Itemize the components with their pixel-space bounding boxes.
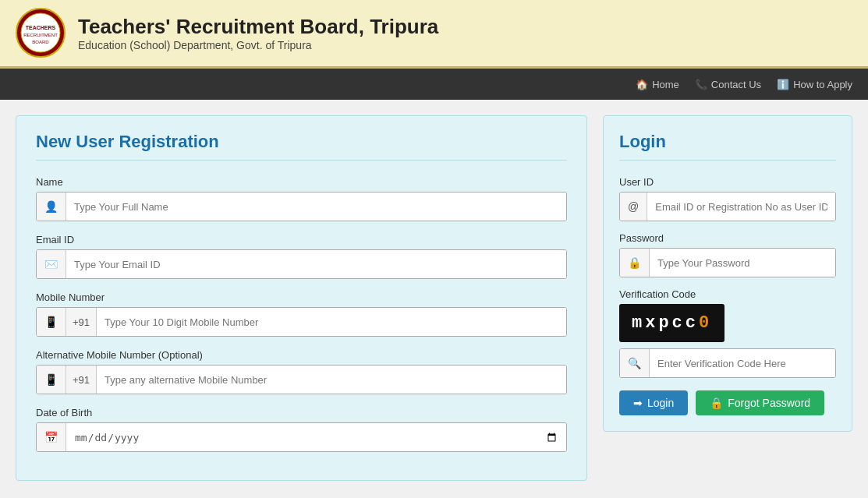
dob-label: Date of Birth bbox=[36, 407, 567, 419]
login-button[interactable]: ➡ Login bbox=[619, 390, 688, 415]
forgot-password-button[interactable]: 🔒 Forgot Password bbox=[696, 390, 824, 415]
lock2-icon: 🔒 bbox=[710, 397, 723, 409]
nav-howto[interactable]: ℹ️ How to Apply bbox=[777, 79, 852, 90]
lock-icon: 🔒 bbox=[620, 249, 650, 277]
verification-label: Verification Code bbox=[619, 288, 836, 300]
mobile-input-wrapper: 📱 +91 bbox=[36, 307, 567, 337]
at-icon: @ bbox=[620, 192, 647, 221]
email-input[interactable] bbox=[66, 250, 566, 278]
password-input-wrapper: 🔒 bbox=[619, 248, 836, 277]
nav-contact[interactable]: 📞 Contact Us bbox=[695, 79, 761, 90]
captcha-input[interactable] bbox=[650, 349, 835, 377]
signin-icon: ➡ bbox=[633, 397, 643, 409]
alt-mobile-group: Alternative Mobile Number (Optional) 📱 +… bbox=[36, 349, 567, 394]
site-title: Teachers' Recruitment Board, Tripura bbox=[78, 15, 438, 39]
login-title: Login bbox=[619, 132, 836, 161]
dob-input-wrapper: 📅 bbox=[36, 422, 567, 452]
nav-home[interactable]: 🏠 Home bbox=[636, 79, 679, 90]
userid-label: User ID bbox=[619, 176, 836, 188]
password-label: Password bbox=[619, 232, 836, 244]
registration-title: New User Registration bbox=[36, 132, 567, 161]
email-icon: ✉️ bbox=[37, 250, 66, 278]
site-header: TEACHERS RECRUITMENT BOARD Teachers' Rec… bbox=[0, 0, 868, 69]
alt-mobile-prefix: +91 bbox=[66, 366, 97, 394]
mobile-icon: 📱 bbox=[37, 308, 66, 336]
dob-input[interactable] bbox=[66, 423, 566, 451]
svg-text:TEACHERS: TEACHERS bbox=[26, 25, 56, 30]
mobile-input[interactable] bbox=[97, 308, 566, 336]
userid-input-wrapper: @ bbox=[619, 192, 836, 221]
calendar-icon: 📅 bbox=[37, 423, 66, 451]
alt-mobile-icon: 📱 bbox=[37, 366, 66, 394]
mobile-group: Mobile Number 📱 +91 bbox=[36, 291, 567, 337]
name-label: Name bbox=[36, 176, 567, 188]
svg-text:RECRUITMENT: RECRUITMENT bbox=[23, 33, 58, 37]
email-group: Email ID ✉️ bbox=[36, 234, 567, 279]
key-icon: 🔍 bbox=[620, 349, 650, 377]
registration-panel: New User Registration Name 👤 Email ID ✉️… bbox=[16, 115, 587, 481]
mobile-prefix: +91 bbox=[66, 308, 97, 336]
captcha-input-wrapper: 🔍 bbox=[619, 348, 836, 378]
email-input-wrapper: ✉️ bbox=[36, 249, 567, 279]
verification-group: Verification Code mxpcc0 🔍 bbox=[619, 288, 836, 378]
userid-input[interactable] bbox=[647, 192, 835, 221]
person-icon: 👤 bbox=[37, 192, 66, 221]
site-subtitle: Education (School) Department, Govt. of … bbox=[78, 39, 438, 51]
userid-group: User ID @ bbox=[619, 176, 836, 221]
svg-text:BOARD: BOARD bbox=[32, 40, 49, 44]
main-content: New User Registration Name 👤 Email ID ✉️… bbox=[0, 100, 868, 496]
alt-mobile-input-wrapper: 📱 +91 bbox=[36, 365, 567, 394]
login-buttons: ➡ Login 🔒 Forgot Password bbox=[619, 390, 836, 415]
name-group: Name 👤 bbox=[36, 176, 567, 221]
alt-mobile-input[interactable] bbox=[97, 366, 566, 394]
phone-icon: 📞 bbox=[695, 79, 707, 90]
name-input-wrapper: 👤 bbox=[36, 192, 567, 221]
info-icon: ℹ️ bbox=[777, 79, 789, 90]
home-icon: 🏠 bbox=[636, 79, 648, 90]
name-input[interactable] bbox=[66, 192, 566, 221]
site-title-block: Teachers' Recruitment Board, Tripura Edu… bbox=[78, 15, 438, 51]
alt-mobile-label: Alternative Mobile Number (Optional) bbox=[36, 349, 567, 361]
captcha-image: mxpcc0 bbox=[619, 304, 725, 342]
login-panel: Login User ID @ Password 🔒 Verification … bbox=[603, 115, 852, 432]
email-label: Email ID bbox=[36, 234, 567, 245]
password-input[interactable] bbox=[650, 249, 835, 277]
site-logo: TEACHERS RECRUITMENT BOARD bbox=[16, 8, 66, 58]
mobile-label: Mobile Number bbox=[36, 291, 567, 303]
dob-group: Date of Birth 📅 bbox=[36, 407, 567, 452]
navbar: 🏠 Home 📞 Contact Us ℹ️ How to Apply bbox=[0, 69, 868, 100]
password-group: Password 🔒 bbox=[619, 232, 836, 277]
